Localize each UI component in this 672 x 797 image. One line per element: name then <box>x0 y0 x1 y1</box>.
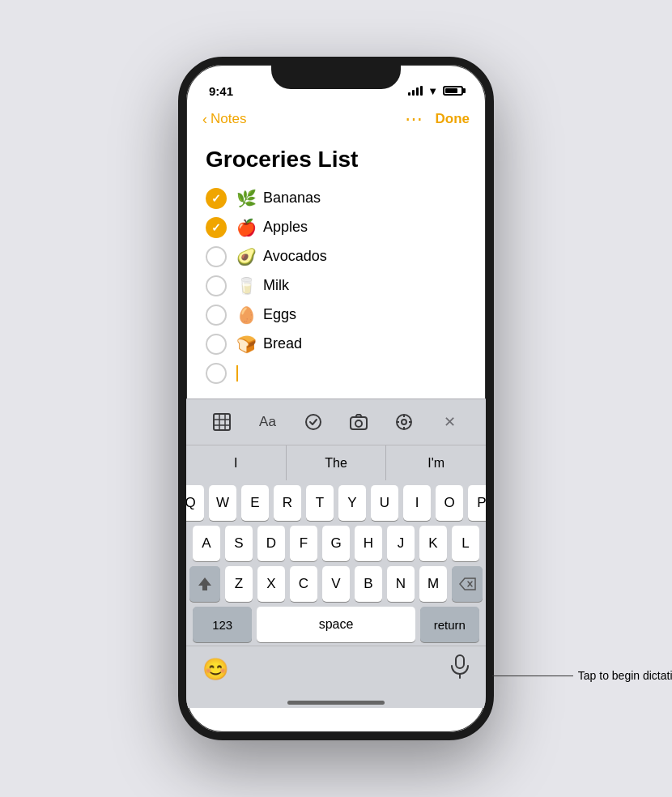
checkbox-eggs[interactable] <box>206 305 227 326</box>
text-cursor <box>236 365 238 381</box>
list-item: 🍞 Bread <box>206 334 466 355</box>
checkbox-avocados[interactable] <box>206 246 227 267</box>
table-icon <box>213 413 231 431</box>
key-v[interactable]: V <box>322 566 350 602</box>
wifi-icon: ▼ <box>427 85 438 97</box>
signal-icon <box>408 86 423 96</box>
key-f[interactable]: F <box>290 526 317 561</box>
key-n[interactable]: N <box>387 566 415 602</box>
key-d[interactable]: D <box>257 526 285 561</box>
home-bar <box>287 701 385 705</box>
checkbox-bread[interactable] <box>206 334 227 355</box>
key-a[interactable]: A <box>193 526 220 561</box>
autocomplete-item-1[interactable]: I <box>186 445 287 480</box>
avocado-emoji: 🥑 <box>236 247 257 266</box>
annotation-text: Tap to begin dictation. <box>578 669 672 682</box>
key-g[interactable]: G <box>322 526 350 561</box>
keyboard-row-2: A S D F G H J K L <box>186 521 486 561</box>
bread-emoji: 🍞 <box>236 335 257 354</box>
space-key[interactable]: space <box>257 607 415 642</box>
toolbar-text-button[interactable]: Aa <box>251 407 283 437</box>
key-q[interactable]: Q <box>186 485 204 521</box>
svg-point-9 <box>402 420 406 424</box>
banana-emoji: 🌿 <box>236 189 257 208</box>
keyboard-row-4: 123 space return <box>186 602 486 646</box>
status-icons: ▼ <box>408 85 463 97</box>
keyboard-row-1: Q W E R T Y U I O P <box>186 480 486 521</box>
svg-rect-17 <box>456 655 464 668</box>
delete-key[interactable] <box>452 566 483 602</box>
checkbox-bananas[interactable] <box>206 188 227 209</box>
checkbox-new[interactable] <box>206 363 227 384</box>
autocomplete-item-2[interactable]: The <box>287 445 387 480</box>
key-c[interactable]: C <box>290 566 317 602</box>
more-button[interactable]: ⋯ <box>405 109 423 130</box>
checkbox-apples[interactable] <box>206 217 227 238</box>
key-b[interactable]: B <box>355 566 382 602</box>
key-h[interactable]: H <box>355 526 382 561</box>
key-t[interactable]: T <box>306 485 334 521</box>
item-text-apples: 🍎 Apples <box>236 218 308 237</box>
emoji-button[interactable]: 😊 <box>202 657 228 682</box>
keyboard-toolbar: Aa <box>186 398 486 445</box>
key-w[interactable]: W <box>209 485 236 521</box>
apple-emoji: 🍎 <box>236 218 257 237</box>
key-k[interactable]: K <box>419 526 447 561</box>
milk-emoji: 🥛 <box>236 276 257 296</box>
autocomplete-bar: I The I'm <box>186 445 486 480</box>
key-o[interactable]: O <box>436 485 463 521</box>
key-l[interactable]: L <box>452 526 479 561</box>
note-content: Groceries List 🌿 Bananas 🍎 Apple <box>186 136 486 398</box>
nav-bar: ‹ Notes ⋯ Done <box>186 105 486 136</box>
status-time: 9:41 <box>209 84 233 98</box>
key-i[interactable]: I <box>403 485 431 521</box>
toolbar-camera-button[interactable] <box>342 407 375 437</box>
checklist-icon <box>304 413 322 431</box>
shift-icon <box>197 576 213 592</box>
key-y[interactable]: Y <box>338 485 366 521</box>
svg-point-7 <box>355 420 362 427</box>
return-key[interactable]: return <box>420 607 479 642</box>
key-u[interactable]: U <box>371 485 398 521</box>
key-x[interactable]: X <box>257 566 285 602</box>
key-e[interactable]: E <box>241 485 269 521</box>
svg-marker-14 <box>198 578 211 590</box>
list-item: 🍎 Apples <box>206 217 466 238</box>
text-format-icon: Aa <box>259 414 276 430</box>
svg-point-5 <box>306 415 321 429</box>
delete-icon <box>458 578 476 590</box>
key-m[interactable]: M <box>419 566 447 602</box>
checkbox-milk[interactable] <box>206 275 227 296</box>
back-button[interactable]: ‹ Notes <box>202 111 246 128</box>
num-key[interactable]: 123 <box>193 607 252 642</box>
key-z[interactable]: Z <box>225 566 253 602</box>
keyboard-bottom-bar: 😊 <box>186 646 486 694</box>
item-text-avocados: 🥑 Avocados <box>236 247 327 266</box>
key-r[interactable]: R <box>274 485 301 521</box>
done-button[interactable]: Done <box>436 111 470 127</box>
key-j[interactable]: J <box>387 526 415 561</box>
toolbar-table-button[interactable] <box>206 407 238 437</box>
nav-right-actions: ⋯ Done <box>405 109 470 130</box>
key-s[interactable]: S <box>225 526 253 561</box>
list-item: 🌿 Bananas <box>206 188 466 209</box>
markup-icon <box>395 413 413 431</box>
shift-key[interactable] <box>189 566 220 602</box>
toolbar-checklist-button[interactable] <box>297 407 330 437</box>
dictation-button[interactable] <box>450 654 470 684</box>
toolbar-close-button[interactable]: ✕ <box>434 407 466 437</box>
list-item: 🥑 Avocados <box>206 246 466 267</box>
item-text-milk: 🥛 Milk <box>236 276 289 296</box>
item-text-bananas: 🌿 Bananas <box>236 189 321 208</box>
egg-emoji: 🥚 <box>236 305 257 325</box>
key-p[interactable]: P <box>468 485 486 521</box>
note-title[interactable]: Groceries List <box>206 146 466 173</box>
back-label[interactable]: Notes <box>211 111 246 127</box>
item-text-bread: 🍞 Bread <box>236 335 302 354</box>
item-text-new[interactable] <box>236 365 238 381</box>
autocomplete-item-3[interactable]: I'm <box>386 445 486 480</box>
toolbar-markup-button[interactable] <box>388 407 420 437</box>
close-icon: ✕ <box>444 413 456 431</box>
list-item-new[interactable] <box>206 363 466 384</box>
home-indicator <box>186 694 486 708</box>
